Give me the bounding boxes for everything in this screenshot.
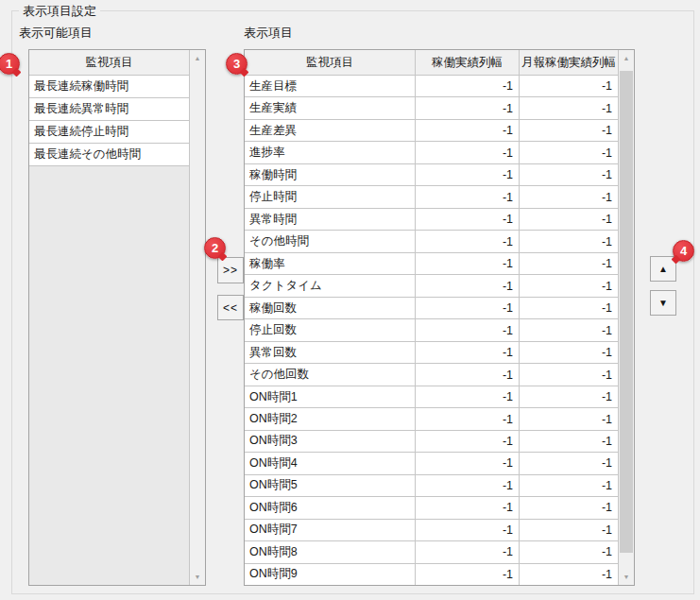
scroll-up-icon[interactable]: ▲ bbox=[190, 50, 205, 66]
table-cell-name[interactable]: 稼働率 bbox=[245, 253, 415, 274]
table-row[interactable]: 稼働時間-1-1 bbox=[245, 164, 618, 186]
table-row[interactable]: 生産実績-1-1 bbox=[245, 97, 618, 119]
column-header-geppou-width[interactable]: 月報稼働実績列幅 bbox=[519, 50, 618, 75]
move-left-button[interactable]: << bbox=[217, 295, 244, 320]
column-header-monitor-item[interactable]: 監視項目 bbox=[29, 50, 189, 75]
table-cell-kadou-width[interactable]: -1 bbox=[415, 564, 519, 585]
table-cell-kadou-width[interactable]: -1 bbox=[415, 408, 519, 429]
table-cell-name[interactable]: 異常時間 bbox=[245, 209, 415, 230]
table-cell-geppou-width[interactable]: -1 bbox=[519, 386, 618, 407]
table-cell-kadou-width[interactable]: -1 bbox=[415, 520, 519, 540]
table-cell-geppou-width[interactable]: -1 bbox=[519, 520, 618, 540]
table-row[interactable]: タクトタイム-1-1 bbox=[245, 275, 618, 297]
table-cell-geppou-width[interactable]: -1 bbox=[519, 564, 618, 585]
table-cell-geppou-width[interactable]: -1 bbox=[519, 186, 618, 207]
table-row[interactable]: その他回数-1-1 bbox=[245, 364, 618, 386]
table-cell-geppou-width[interactable]: -1 bbox=[519, 298, 618, 318]
table-row[interactable]: ON時間6-1-1 bbox=[245, 497, 618, 519]
table-row[interactable]: 稼働率-1-1 bbox=[245, 253, 618, 275]
table-cell-name[interactable]: ON時間2 bbox=[245, 408, 415, 429]
table-cell-name[interactable]: ON時間3 bbox=[245, 431, 415, 452]
table-cell-name[interactable]: ON時間8 bbox=[245, 541, 415, 562]
table-cell-name[interactable]: その他回数 bbox=[245, 364, 415, 385]
available-table-scrollbar[interactable]: ▲ ▼ bbox=[190, 50, 205, 585]
table-cell-name[interactable]: 異常回数 bbox=[245, 342, 415, 363]
list-item[interactable]: 最長連続稼働時間 bbox=[29, 76, 189, 98]
table-cell-name[interactable]: 稼働回数 bbox=[245, 298, 415, 318]
table-cell-geppou-width[interactable]: -1 bbox=[519, 275, 618, 296]
table-cell-name[interactable]: 進捗率 bbox=[245, 142, 415, 163]
scrollbar-thumb[interactable] bbox=[620, 71, 633, 553]
table-cell-name[interactable]: 稼働時間 bbox=[245, 164, 415, 185]
scroll-down-icon[interactable]: ▼ bbox=[619, 569, 634, 585]
table-row[interactable]: ON時間9-1-1 bbox=[245, 564, 618, 585]
move-item-down-button[interactable]: ▼ bbox=[650, 290, 676, 316]
table-cell-kadou-width[interactable]: -1 bbox=[415, 209, 519, 230]
table-cell-name[interactable]: 停止時間 bbox=[245, 186, 415, 207]
table-cell-kadou-width[interactable]: -1 bbox=[415, 275, 519, 296]
table-cell-geppou-width[interactable]: -1 bbox=[519, 408, 618, 429]
selected-table-scrollbar[interactable]: ▲ ▼ bbox=[619, 50, 634, 585]
table-row[interactable]: ON時間7-1-1 bbox=[245, 520, 618, 541]
table-cell-name[interactable]: 生産差異 bbox=[245, 120, 415, 141]
table-cell-kadou-width[interactable]: -1 bbox=[415, 475, 519, 496]
table-cell-kadou-width[interactable]: -1 bbox=[415, 164, 519, 185]
table-cell-kadou-width[interactable]: -1 bbox=[415, 319, 519, 340]
table-cell-name[interactable]: 停止回数 bbox=[245, 319, 415, 340]
table-cell-geppou-width[interactable]: -1 bbox=[519, 453, 618, 473]
table-cell-kadou-width[interactable]: -1 bbox=[415, 497, 519, 518]
table-cell-name[interactable]: その他時間 bbox=[245, 231, 415, 251]
table-row[interactable]: ON時間5-1-1 bbox=[245, 475, 618, 497]
table-cell-name[interactable]: 生産目標 bbox=[245, 76, 415, 96]
table-row[interactable]: 停止時間-1-1 bbox=[245, 186, 618, 208]
table-cell-kadou-width[interactable]: -1 bbox=[415, 342, 519, 363]
table-cell-kadou-width[interactable]: -1 bbox=[415, 386, 519, 407]
table-row[interactable]: 進捗率-1-1 bbox=[245, 142, 618, 163]
table-cell-geppou-width[interactable]: -1 bbox=[519, 164, 618, 185]
table-row[interactable]: 稼働回数-1-1 bbox=[245, 298, 618, 319]
table-cell-geppou-width[interactable]: -1 bbox=[519, 497, 618, 518]
table-row[interactable]: 生産差異-1-1 bbox=[245, 120, 618, 142]
table-row[interactable]: 異常時間-1-1 bbox=[245, 209, 618, 231]
table-cell-geppou-width[interactable]: -1 bbox=[519, 209, 618, 230]
table-cell-geppou-width[interactable]: -1 bbox=[519, 475, 618, 496]
table-cell-geppou-width[interactable]: -1 bbox=[519, 541, 618, 562]
table-row[interactable]: ON時間8-1-1 bbox=[245, 541, 618, 563]
table-row[interactable]: ON時間3-1-1 bbox=[245, 431, 618, 453]
table-cell-kadou-width[interactable]: -1 bbox=[415, 298, 519, 318]
table-cell-geppou-width[interactable]: -1 bbox=[519, 253, 618, 274]
table-cell-kadou-width[interactable]: -1 bbox=[415, 76, 519, 96]
table-cell-kadou-width[interactable]: -1 bbox=[415, 231, 519, 251]
table-row[interactable]: 生産目標-1-1 bbox=[245, 76, 618, 97]
scroll-up-icon[interactable]: ▲ bbox=[619, 50, 634, 66]
column-header-kadou-width[interactable]: 稼働実績列幅 bbox=[415, 50, 519, 75]
scroll-down-icon[interactable]: ▼ bbox=[190, 569, 205, 585]
table-cell-name[interactable]: ON時間4 bbox=[245, 453, 415, 473]
table-cell-geppou-width[interactable]: -1 bbox=[519, 364, 618, 385]
table-cell-kadou-width[interactable]: -1 bbox=[415, 120, 519, 141]
table-cell-kadou-width[interactable]: -1 bbox=[415, 186, 519, 207]
table-cell-geppou-width[interactable]: -1 bbox=[519, 76, 618, 96]
table-row[interactable]: ON時間4-1-1 bbox=[245, 453, 618, 474]
table-cell-geppou-width[interactable]: -1 bbox=[519, 342, 618, 363]
table-cell-geppou-width[interactable]: -1 bbox=[519, 97, 618, 118]
move-right-button[interactable]: >> bbox=[217, 257, 244, 283]
table-cell-geppou-width[interactable]: -1 bbox=[519, 319, 618, 340]
table-row[interactable]: ON時間1-1-1 bbox=[245, 386, 618, 408]
table-cell-name[interactable]: タクトタイム bbox=[245, 275, 415, 296]
table-cell-name[interactable]: ON時間9 bbox=[245, 564, 415, 585]
table-cell-geppou-width[interactable]: -1 bbox=[519, 231, 618, 251]
table-cell-geppou-width[interactable]: -1 bbox=[519, 431, 618, 452]
list-item[interactable]: 最長連続その他時間 bbox=[29, 144, 189, 166]
list-item[interactable]: 最長連続停止時間 bbox=[29, 121, 189, 144]
table-cell-geppou-width[interactable]: -1 bbox=[519, 120, 618, 141]
table-cell-kadou-width[interactable]: -1 bbox=[415, 253, 519, 274]
table-cell-kadou-width[interactable]: -1 bbox=[415, 142, 519, 163]
table-row[interactable]: ON時間2-1-1 bbox=[245, 408, 618, 430]
table-cell-kadou-width[interactable]: -1 bbox=[415, 364, 519, 385]
table-cell-name[interactable]: 生産実績 bbox=[245, 97, 415, 118]
table-row[interactable]: その他時間-1-1 bbox=[245, 231, 618, 252]
table-cell-geppou-width[interactable]: -1 bbox=[519, 142, 618, 163]
table-cell-name[interactable]: ON時間6 bbox=[245, 497, 415, 518]
list-item[interactable]: 最長連続異常時間 bbox=[29, 98, 189, 121]
